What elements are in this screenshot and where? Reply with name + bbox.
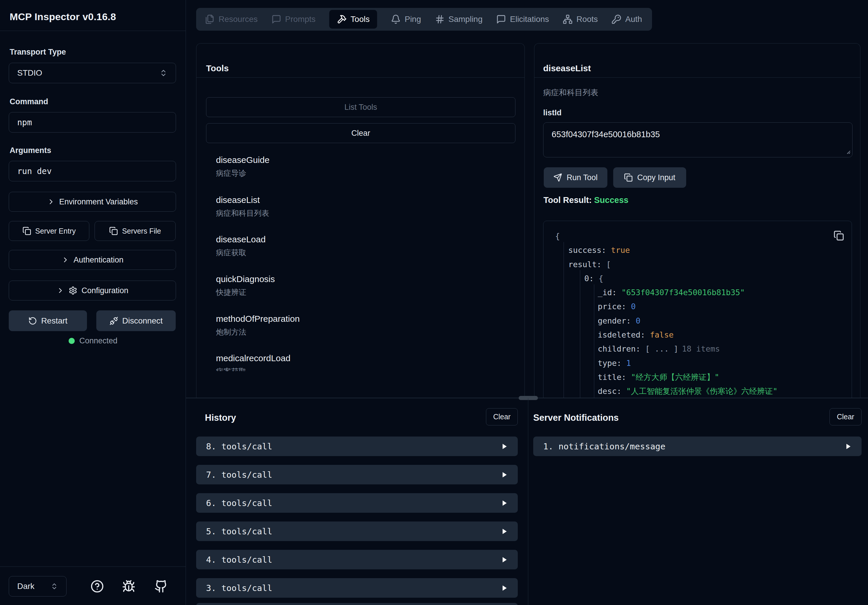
json-items-count: 18 items <box>678 344 720 353</box>
run-tool-label: Run Tool <box>566 173 597 182</box>
transport-type-select[interactable]: STDIO <box>9 63 176 83</box>
chevrons-up-down-icon <box>160 69 167 77</box>
tool-description: 病症导诊 <box>216 168 513 179</box>
servers-file-button[interactable]: Servers File <box>95 221 176 241</box>
command-input[interactable]: npm <box>9 112 176 133</box>
textarea-resize-handle[interactable] <box>844 148 851 154</box>
history-item-label: 5. tools/call <box>206 526 501 537</box>
history-item[interactable]: 3. tools/call <box>196 578 518 598</box>
list-tools-button[interactable]: List Tools <box>206 97 515 117</box>
restart-icon <box>28 316 37 325</box>
environment-variables-button[interactable]: Environment Variables <box>9 192 176 212</box>
notification-item-label: 1. notifications/message <box>543 442 845 451</box>
history-item-label: 7. tools/call <box>206 470 501 480</box>
json-value: 0 <box>631 302 636 311</box>
github-icon[interactable] <box>154 580 168 593</box>
tab-label: Auth <box>625 15 642 24</box>
tool-item-medicalrecordLoad[interactable]: medicalrecordLoad 病案获取 <box>216 352 513 371</box>
tab-resources[interactable]: Resources <box>205 14 258 24</box>
tool-description: 炮制方法 <box>216 326 513 338</box>
tab-tools[interactable]: Tools <box>329 10 377 29</box>
copy-input-button[interactable]: Copy Input <box>613 167 686 188</box>
tool-item-quickDiagnosis[interactable]: quickDiagnosis 快捷辨证 <box>216 273 513 298</box>
server-entry-button[interactable]: Server Entry <box>9 221 89 241</box>
tool-item-diseaseLoad[interactable]: diseaseLoad 病症获取 <box>216 233 513 258</box>
tab-prompts[interactable]: Prompts <box>271 14 316 24</box>
run-tool-button[interactable]: Run Tool <box>544 167 608 188</box>
tab-bar: Resources Prompts Tools Ping Sampling El… <box>196 8 652 31</box>
json-result-viewer: { success: true result: [ 0: { _id: "653… <box>543 221 852 398</box>
history-item[interactable]: 6. tools/call <box>196 493 518 513</box>
tool-detail-title: diseaseList <box>543 64 591 73</box>
tab-sampling[interactable]: Sampling <box>435 14 483 24</box>
unplug-icon <box>110 316 118 325</box>
bug-icon[interactable] <box>122 580 135 593</box>
tab-elicitations[interactable]: Elicitations <box>496 14 549 24</box>
tab-ping[interactable]: Ping <box>391 14 421 24</box>
tool-result-line: Tool Result: Success <box>544 195 628 205</box>
param-listid-input[interactable] <box>543 123 852 157</box>
server-entry-label: Server Entry <box>35 227 76 235</box>
restart-button[interactable]: Restart <box>9 310 87 331</box>
tool-item-methodOfPreparation[interactable]: methodOfPreparation 炮制方法 <box>216 313 513 338</box>
history-item[interactable]: 4. tools/call <box>196 550 518 569</box>
configuration-button[interactable]: Configuration <box>9 281 176 301</box>
tool-description: 病症获取 <box>216 247 513 258</box>
history-title: History <box>205 413 236 423</box>
connected-dot <box>68 338 75 344</box>
clear-history-button[interactable]: Clear <box>486 408 518 425</box>
json-value: false <box>650 330 674 339</box>
json-value: "人工智能复活张仲景《伤寒论》六经辨证" <box>626 386 778 396</box>
sidebar-header-divider <box>0 31 186 31</box>
json-key: _id: <box>598 288 617 297</box>
tool-detail-panel: diseaseList 病症和科目列表 listId Run Tool Copy… <box>534 43 860 398</box>
json-value: 0 <box>636 316 640 325</box>
authentication-button[interactable]: Authentication <box>9 250 176 270</box>
json-key: title: <box>598 372 626 382</box>
arguments-input[interactable]: run dev <box>9 161 176 182</box>
bell-icon <box>391 14 401 24</box>
json-lines: { success: true result: [ 0: { _id: "653… <box>555 229 846 398</box>
connected-label: Connected <box>79 337 118 346</box>
history-item[interactable]: 8. tools/call <box>196 436 518 456</box>
clear-tools-button[interactable]: Clear <box>206 123 515 143</box>
tools-panel: Tools List Tools Clear diseaseGuide 病症导诊… <box>196 43 525 398</box>
json-key: price: <box>598 302 626 311</box>
help-icon[interactable] <box>90 580 104 593</box>
history-item-label: 4. tools/call <box>206 555 501 565</box>
app-title: MCP Inspector v0.16.8 <box>9 11 116 22</box>
theme-select[interactable]: Dark <box>9 576 67 597</box>
tool-item-diseaseList[interactable]: diseaseList 病症和科目列表 <box>216 194 513 219</box>
tool-item-diseaseGuide[interactable]: diseaseGuide 病症导诊 <box>216 154 513 179</box>
copy-icon <box>624 173 633 182</box>
json-value: 1 <box>626 358 631 368</box>
chevron-right-icon <box>61 256 70 264</box>
json-value: true <box>611 245 630 254</box>
json-key: isdeleted: <box>598 330 645 339</box>
tab-roots[interactable]: Roots <box>563 14 598 24</box>
tab-auth[interactable]: Auth <box>611 14 642 24</box>
disconnect-button[interactable]: Disconnect <box>96 310 176 331</box>
tool-result-label: Tool Result: <box>544 195 592 205</box>
tools-list: diseaseGuide 病症导诊 diseaseList 病症和科目列表 di… <box>197 146 524 371</box>
resize-handle[interactable] <box>519 396 538 400</box>
param-listid-label: listId <box>543 108 561 117</box>
json-key: desc: <box>598 386 622 396</box>
json-value: "653f04307f34e50016b81b35" <box>622 288 745 297</box>
history-item-label: 8. tools/call <box>206 442 501 451</box>
tool-name: diseaseList <box>216 194 513 206</box>
history-item-partial[interactable] <box>196 603 518 605</box>
clear-notifications-button[interactable]: Clear <box>829 408 862 425</box>
disconnect-label: Disconnect <box>122 316 163 326</box>
network-icon <box>563 14 573 24</box>
json-punct: [ ... ] <box>645 344 679 353</box>
message-square-icon <box>271 14 281 24</box>
history-item[interactable]: 7. tools/call <box>196 465 518 484</box>
clear-history-label: Clear <box>493 413 511 421</box>
tool-name: diseaseLoad <box>216 233 513 245</box>
connection-status: Connected <box>0 337 186 346</box>
history-item[interactable]: 5. tools/call <box>196 521 518 541</box>
tab-label: Tools <box>350 15 369 24</box>
notification-item[interactable]: 1. notifications/message <box>533 436 862 456</box>
chevron-right-icon <box>56 287 65 295</box>
